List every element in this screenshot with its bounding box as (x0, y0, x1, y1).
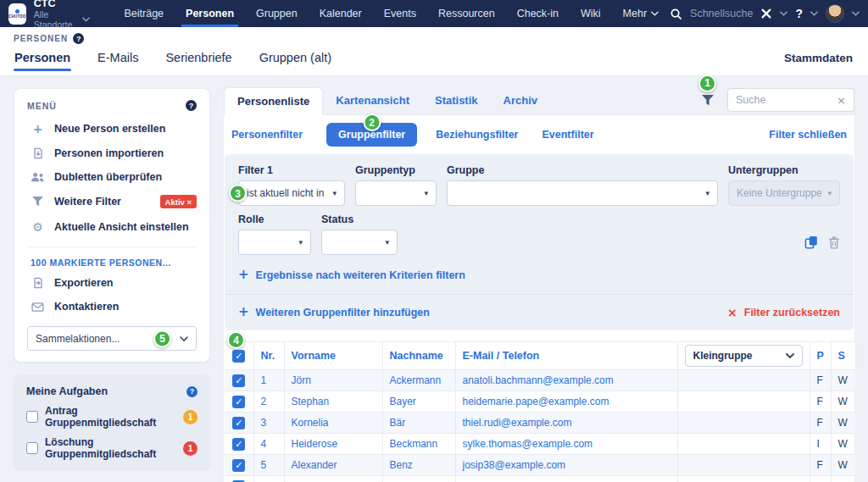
cell-vorname[interactable]: Kornelia (284, 413, 382, 434)
tab-statistik[interactable]: Statistik (422, 87, 491, 114)
row-checkbox[interactable]: ✓ (232, 438, 245, 451)
copy-filter-icon[interactable] (804, 235, 818, 249)
nav-item-wiki[interactable]: Wiki (570, 0, 612, 27)
tab-archiv[interactable]: Archiv (491, 87, 550, 114)
nav-item-ressourcen[interactable]: Ressourcen (427, 0, 506, 27)
close-filter-link[interactable]: Filter schließen (769, 129, 847, 141)
sidebar-item-weitere-filter[interactable]: Weitere FilterAktiv × (27, 189, 197, 214)
help-menu[interactable]: ? (795, 7, 803, 20)
nav-item-check-in[interactable]: Check-in (506, 0, 570, 27)
table-row[interactable]: ✓6Heinz-JürgenBergkrieger.ronny@example.… (225, 476, 855, 482)
help-icon[interactable]: ? (186, 100, 197, 111)
filter-tab-eventfilter[interactable]: Eventfilter (542, 123, 593, 147)
clear-search-icon[interactable]: × (837, 94, 846, 107)
tab-personen[interactable]: Personen (14, 48, 71, 71)
nav-item-gruppen[interactable]: Gruppen (245, 0, 309, 27)
gruppentyp-select[interactable]: ▾ (355, 180, 437, 206)
quick-search[interactable]: Schnellsuche (690, 8, 753, 19)
cell-vorname[interactable]: Alexander (284, 455, 382, 476)
table-row[interactable]: ✓3KorneliaBärthiel.rudi@example.comFW (225, 413, 855, 434)
nav-item-personen[interactable]: Personen (175, 0, 245, 27)
tab-kartenansicht[interactable]: Kartenansicht (323, 87, 422, 114)
chevron-down-icon[interactable] (852, 11, 860, 16)
cell-email[interactable]: krieger.ronny@example.com (455, 476, 677, 482)
row-checkbox[interactable]: ✓ (232, 459, 245, 472)
filter-tab-beziehungsfilter[interactable]: Beziehungsfilter (436, 123, 518, 147)
sidebar-item-label: Personen importieren (54, 147, 164, 159)
row-checkbox[interactable]: ✓ (232, 374, 245, 387)
nav-item-mehr[interactable]: Mehr (612, 0, 670, 27)
filter-tab-gruppenfilter[interactable]: Gruppenfilter2 (326, 123, 417, 147)
col-header-vorname[interactable]: Vorname (284, 342, 382, 370)
help-icon[interactable]: ? (73, 33, 84, 44)
add-groupfilter-link[interactable]: + Weiteren Gruppenfilter hinzufügen (238, 306, 430, 319)
nav-item-beiträge[interactable]: Beiträge (114, 0, 175, 27)
tab-serienbriefe[interactable]: Serienbriefe (164, 48, 232, 71)
sidebar-item-kontaktieren[interactable]: Kontaktieren (27, 295, 197, 319)
sidebar-item-dubletten-überprüfen[interactable]: Dubletten überprüfen (27, 165, 197, 189)
gruppe-select[interactable]: ▾ (447, 180, 718, 206)
cell-nachname[interactable]: Bayer (382, 391, 455, 413)
col-header-nr[interactable]: Nr. (253, 342, 284, 370)
bulk-actions-select[interactable]: Sammelaktionen... 5 (27, 326, 197, 351)
col-header-email[interactable]: E-Mail / Telefon (455, 342, 677, 370)
stammdaten-link[interactable]: Stammdaten (784, 52, 853, 64)
status-select[interactable]: ▾ (321, 230, 398, 255)
sidebar-item-neue-person-erstellen[interactable]: +Neue Person erstellen (27, 116, 197, 141)
sidebar-item-exportieren[interactable]: Exportieren (27, 271, 197, 295)
cell-vorname[interactable]: Heinz-Jürgen (284, 476, 382, 482)
row-checkbox[interactable]: ✓ (232, 417, 245, 429)
cell-nachname[interactable]: Bär (382, 413, 455, 434)
cell-email[interactable]: josip38@example.com (455, 455, 677, 476)
sidebar-item-aktuelle-ansicht-einstellen[interactable]: ⚙Aktuelle Ansicht einstellen (27, 214, 197, 240)
row-checkbox[interactable]: ✓ (232, 396, 245, 408)
col-header-nachname[interactable]: Nachname (382, 342, 455, 370)
cell-email[interactable]: anatoli.bachmann@example.com (455, 370, 677, 391)
cell-nachname[interactable]: Beckmann (382, 434, 455, 455)
search-input[interactable] (736, 94, 832, 106)
cell-vorname[interactable]: Heiderose (284, 434, 382, 455)
task-checkbox[interactable] (26, 411, 38, 423)
cell-email[interactable]: thiel.rudi@example.com (455, 413, 677, 434)
task-checkbox[interactable] (26, 442, 38, 454)
sidebar-item-personen-importieren[interactable]: Personen importieren (27, 141, 197, 165)
filter-condition-select[interactable]: 3 ist aktuell nicht in ▾ (238, 180, 345, 206)
cell-nachname[interactable]: Ackermann (382, 370, 455, 391)
cell-nachname[interactable]: Berg (382, 476, 455, 482)
cell-email[interactable]: sylke.thomas@example.com (455, 434, 677, 455)
table-row[interactable]: ✓5AlexanderBenzjosip38@example.comFW (225, 455, 855, 476)
table-row[interactable]: ✓4HeideroseBeckmannsylke.thomas@example.… (225, 434, 855, 455)
nav-item-events[interactable]: Events (373, 0, 427, 27)
select-all-checkbox[interactable]: ✓ (232, 350, 245, 363)
marked-persons-link[interactable]: 100 MARKIERTE PERSONEN... (27, 255, 197, 271)
table-row[interactable]: ✓1JörnAckermannanatoli.bachmann@example.… (225, 370, 855, 391)
tools-icon[interactable] (760, 8, 772, 19)
chevron-down-icon[interactable] (780, 11, 787, 16)
delete-filter-icon[interactable] (828, 236, 840, 249)
cell-email[interactable]: heidemarie.pape@example.com (455, 391, 677, 413)
tab-gruppen-alt[interactable]: Gruppen (alt) (259, 48, 332, 71)
cell-vorname[interactable]: Jörn (284, 370, 382, 391)
avatar[interactable] (826, 4, 844, 23)
filter-tab-personenfilter[interactable]: Personenfilter (231, 123, 303, 147)
chevron-down-icon[interactable] (810, 11, 818, 16)
rolle-select[interactable]: ▾ (238, 230, 311, 255)
cell-vorname[interactable]: Stephan (284, 391, 382, 413)
reset-filter-link[interactable]: × Filter zurücksetzen (727, 307, 840, 319)
nav-item-label: Beiträge (125, 8, 164, 19)
cell-nachname[interactable]: Benz (382, 455, 455, 476)
search-icon[interactable] (670, 8, 682, 20)
untergruppen-select[interactable]: Keine Untergruppen ▾ (728, 180, 840, 206)
col-header-p[interactable]: P (810, 342, 831, 370)
active-filter-badge[interactable]: Aktiv × (160, 195, 197, 208)
help-icon[interactable]: ? (186, 386, 198, 397)
nav-item-kalender[interactable]: Kalender (309, 0, 373, 27)
col-header-s[interactable]: S (831, 342, 855, 370)
tab-e-mails[interactable]: E-Mails (97, 48, 139, 71)
add-criteria-link[interactable]: + Ergebnisse nach weiteren Kriterien fil… (238, 269, 840, 281)
tab-personenliste[interactable]: Personenliste (224, 87, 323, 115)
filter-toggle-icon[interactable]: 1 (702, 95, 714, 106)
churchtools-logo[interactable]: CHUTOO (8, 3, 26, 25)
column-chooser-select[interactable]: Kleingruppe (685, 345, 803, 367)
table-row[interactable]: ✓2StephanBayerheidemarie.pape@example.co… (225, 391, 855, 413)
